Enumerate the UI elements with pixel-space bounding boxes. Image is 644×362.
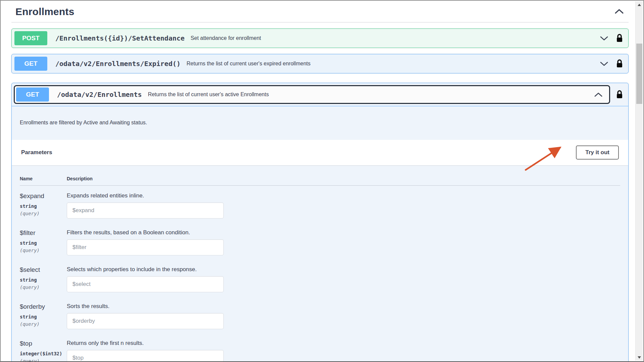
method-badge-get: GET [14,57,47,71]
endpoint-summary: Returns the list of current user's expir… [186,61,310,67]
param-input-expand[interactable] [67,202,224,219]
parameters-table-header: Name Description [20,176,620,186]
param-name-cell: $orderby string (query) [20,303,67,329]
param-location: (query) [20,321,67,327]
parameters-section-header: Parameters Try it out [12,140,628,165]
param-input-orderby[interactable] [67,313,224,329]
param-desc-cell: Sorts the results. [67,303,620,329]
param-location: (query) [20,285,67,290]
param-desc-cell: Returns only the first n results. [67,340,620,362]
endpoint-row-get-expired[interactable]: GET /odata/v2/Enrollments/Expired() Retu… [11,54,629,73]
param-type: string [20,240,67,246]
param-name: $filter [20,229,67,237]
endpoint-path: /odata/v2/Enrollments/Expired() [55,60,180,68]
scrollbar-thumb[interactable] [636,44,642,104]
param-row-orderby: $orderby string (query) Sorts the result… [20,296,620,333]
param-location: (query) [20,248,67,253]
endpoint-row-get-enrollments[interactable]: GET /odata/v2/Enrollments Returns the li… [14,85,610,104]
section-collapse-button[interactable] [614,9,624,15]
method-badge-get: GET [16,87,49,102]
method-badge-post: POST [14,31,47,45]
vertical-scrollbar[interactable] [635,1,643,361]
endpoint-summary-row: GET /odata/v2/Enrollments Returns the li… [12,83,628,106]
chevron-up-icon [614,9,624,15]
param-name: $top [20,340,67,347]
api-doc-main: Enrollments POST /Enrollments({id})/SetA… [11,1,629,362]
param-description: Sorts the results. [67,303,620,310]
param-name-cell: $select string (query) [20,266,67,292]
endpoint-description: Enrollments are filtered by Active and A… [12,106,628,140]
param-name-cell: $expand string (query) [20,192,67,219]
column-header-name: Name [20,176,67,181]
param-description: Expands related entities inline. [67,192,620,199]
scroll-up-arrow[interactable] [636,2,643,7]
chevron-down-icon[interactable] [600,36,608,41]
try-it-out-button[interactable]: Try it out [576,145,619,160]
param-description: Filters the results, based on a Boolean … [67,229,620,236]
parameters-table: Name Description $expand string (query) … [12,165,628,362]
param-name: $select [20,266,67,274]
param-desc-cell: Expands related entities inline. [67,192,620,219]
lock-icon[interactable] [615,90,624,99]
endpoint-path: /Enrollments({id})/SetAttendance [55,34,184,42]
param-row-expand: $expand string (query) Expands related e… [20,186,620,223]
lock-icon[interactable] [615,34,624,43]
param-type: string [20,277,67,283]
chevron-down-icon[interactable] [600,61,608,66]
param-desc-cell: Selects which properties to include in t… [67,266,620,292]
param-row-select: $select string (query) Selects which pro… [20,259,620,296]
param-name: $expand [20,192,67,200]
parameters-title: Parameters [21,149,52,156]
lock-icon[interactable] [615,59,624,68]
scroll-down-arrow[interactable] [636,355,643,360]
param-desc-cell: Filters the results, based on a Boolean … [67,229,620,255]
endpoint-summary: Set attendance for enrollment [191,35,261,41]
param-input-top[interactable] [67,350,224,362]
param-name-cell: $top integer($int32) (query) [20,340,67,362]
param-input-filter[interactable] [67,239,224,255]
param-row-filter: $filter string (query) Filters the resul… [20,223,620,259]
param-row-top: $top integer($int32) (query) Returns onl… [20,333,620,362]
page-title: Enrollments [15,6,74,17]
endpoint-summary: Returns the list of current user's activ… [148,92,269,98]
endpoint-row-post-setattendance[interactable]: POST /Enrollments({id})/SetAttendance Se… [11,28,629,48]
column-header-description: Description [67,176,620,181]
param-description: Returns only the first n results. [67,340,620,347]
param-type: integer($int32) [20,351,67,356]
endpoint-expanded-get-enrollments: GET /odata/v2/Enrollments Returns the li… [11,83,629,362]
param-name: $orderby [20,303,67,310]
chevron-up-icon[interactable] [594,92,602,97]
param-name-cell: $filter string (query) [20,229,67,255]
param-description: Selects which properties to include in t… [67,266,620,273]
param-type: string [20,314,67,319]
param-location: (query) [20,358,67,362]
section-header-enrollments: Enrollments [11,1,629,22]
param-location: (query) [20,211,67,216]
endpoint-path: /odata/v2/Enrollments [57,90,142,99]
param-input-select[interactable] [67,276,224,292]
param-type: string [20,203,67,209]
